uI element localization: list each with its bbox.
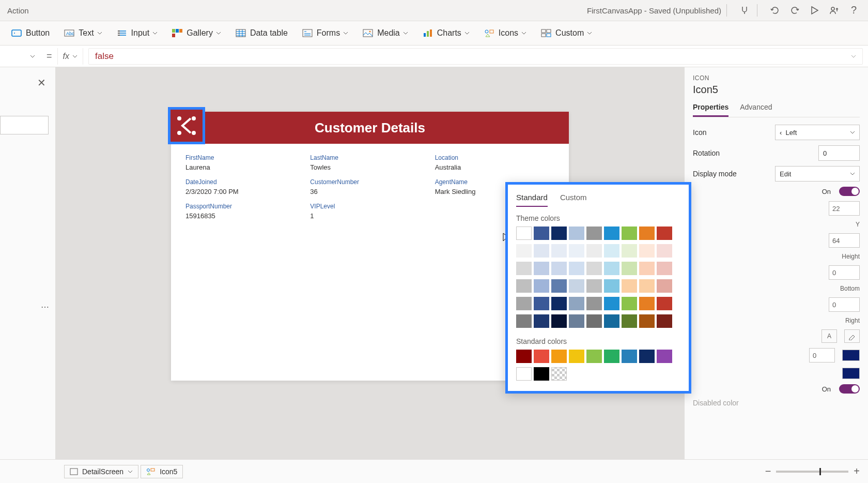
color-swatch[interactable] — [604, 350, 619, 363]
color-swatch[interactable] — [551, 279, 567, 293]
color-swatch[interactable] — [639, 279, 655, 293]
color-swatch[interactable] — [569, 314, 584, 328]
insert-forms[interactable]: Forms — [297, 24, 353, 42]
color-swatch[interactable] — [639, 297, 655, 310]
insert-datatable[interactable]: Data table — [230, 24, 293, 42]
color-swatch[interactable] — [622, 279, 637, 293]
color-swatch[interactable] — [586, 262, 602, 275]
color-swatch[interactable] — [604, 314, 619, 328]
color-swatch[interactable] — [551, 367, 567, 381]
color-swatch[interactable] — [551, 262, 567, 275]
insert-gallery[interactable]: Gallery — [167, 24, 226, 42]
color-swatch[interactable] — [639, 262, 655, 275]
color-swatch[interactable] — [516, 367, 532, 381]
color-swatch[interactable] — [639, 350, 655, 363]
color-swatch[interactable] — [639, 314, 655, 328]
color-swatch[interactable] — [516, 297, 532, 310]
color-swatch[interactable] — [586, 244, 602, 258]
insert-media[interactable]: Media — [358, 24, 413, 42]
help-icon[interactable]: ? — [846, 4, 861, 17]
color-swatch[interactable] — [586, 314, 602, 328]
x-input[interactable]: 22 — [829, 201, 860, 216]
color-swatch[interactable] — [534, 262, 549, 275]
toggle-2[interactable] — [839, 384, 860, 394]
color-swatch[interactable] — [534, 314, 549, 328]
color-swatch[interactable] — [604, 262, 619, 275]
color-tab-standard[interactable]: Standard — [516, 193, 548, 207]
color-picker-tool-icon[interactable] — [844, 329, 860, 343]
color-swatch[interactable] — [534, 367, 549, 381]
color-swatch[interactable] — [842, 368, 860, 379]
color-swatch[interactable] — [569, 227, 584, 240]
color-swatch[interactable] — [604, 227, 619, 240]
menu-action[interactable]: Action — [7, 6, 29, 15]
color-swatch[interactable] — [551, 314, 567, 328]
property-dropdown[interactable] — [0, 48, 41, 65]
color-swatch[interactable] — [586, 297, 602, 310]
color-swatch[interactable] — [534, 350, 549, 363]
color-swatch[interactable] — [516, 244, 532, 258]
color-swatch[interactable] — [604, 297, 619, 310]
undo-icon[interactable] — [768, 4, 782, 17]
insert-input[interactable]: Input — [112, 24, 163, 42]
color-swatch[interactable] — [657, 350, 672, 363]
color-swatch[interactable] — [604, 279, 619, 293]
tab-advanced[interactable]: Advanced — [740, 103, 772, 117]
color-swatch[interactable] — [657, 279, 672, 293]
numeric-input[interactable]: 0 — [809, 348, 835, 363]
color-swatch[interactable] — [551, 350, 567, 363]
color-swatch[interactable] — [622, 262, 637, 275]
zoom-out-icon[interactable]: − — [765, 465, 771, 477]
color-swatch[interactable] — [534, 297, 549, 310]
app-checker-icon[interactable] — [737, 4, 752, 17]
color-swatch[interactable] — [657, 262, 672, 275]
color-swatch[interactable] — [622, 314, 637, 328]
color-swatch[interactable] — [551, 297, 567, 310]
color-swatch[interactable] — [569, 244, 584, 258]
zoom-in-icon[interactable]: + — [854, 465, 860, 477]
displaymode-dropdown[interactable]: Edit — [775, 166, 860, 182]
color-swatch[interactable] — [569, 350, 584, 363]
tree-search-input[interactable] — [0, 116, 49, 134]
color-swatch[interactable] — [534, 244, 549, 258]
color-swatch[interactable] — [622, 244, 637, 258]
breadcrumb-selection[interactable]: Icon5 — [141, 465, 183, 478]
color-swatch[interactable] — [569, 262, 584, 275]
breadcrumb-screen[interactable]: DetailScreen — [64, 465, 138, 478]
padding-bottom-input[interactable]: 0 — [829, 265, 860, 280]
color-swatch[interactable] — [516, 227, 532, 240]
color-swatch[interactable] — [586, 279, 602, 293]
height-val-input[interactable]: 64 — [829, 233, 860, 248]
color-swatch[interactable] — [657, 314, 672, 328]
color-swatch[interactable] — [639, 227, 655, 240]
color-swatch[interactable] — [622, 227, 637, 240]
color-swatch[interactable] — [657, 227, 672, 240]
color-swatch[interactable] — [534, 227, 549, 240]
color-swatch[interactable] — [516, 279, 532, 293]
fx-button[interactable]: fx — [57, 48, 83, 65]
rotation-input[interactable]: 0 — [818, 145, 860, 161]
insert-button[interactable]: Button — [6, 24, 55, 42]
color-swatch[interactable] — [569, 297, 584, 310]
font-a-button[interactable]: A — [822, 329, 837, 343]
insert-custom[interactable]: Custom — [536, 24, 597, 42]
color-swatch[interactable] — [639, 244, 655, 258]
color-swatch[interactable] — [604, 244, 619, 258]
insert-text[interactable]: AbcText — [59, 24, 107, 42]
color-swatch[interactable] — [516, 262, 532, 275]
play-icon[interactable] — [807, 4, 822, 17]
formula-input[interactable]: false — [88, 48, 863, 65]
color-swatch[interactable] — [586, 227, 602, 240]
more-options-icon[interactable]: ⋯ — [41, 302, 49, 312]
zoom-slider[interactable] — [776, 471, 848, 473]
tab-properties[interactable]: Properties — [693, 103, 729, 117]
insert-charts[interactable]: Charts — [417, 24, 475, 42]
color-swatch[interactable] — [842, 350, 860, 361]
visible-toggle[interactable] — [839, 187, 860, 196]
padding-right-input[interactable]: 0 — [829, 297, 860, 312]
color-swatch[interactable] — [534, 279, 549, 293]
redo-icon[interactable] — [787, 4, 802, 17]
color-swatch[interactable] — [551, 227, 567, 240]
color-swatch[interactable] — [657, 244, 672, 258]
close-panel-icon[interactable]: ✕ — [37, 77, 46, 89]
